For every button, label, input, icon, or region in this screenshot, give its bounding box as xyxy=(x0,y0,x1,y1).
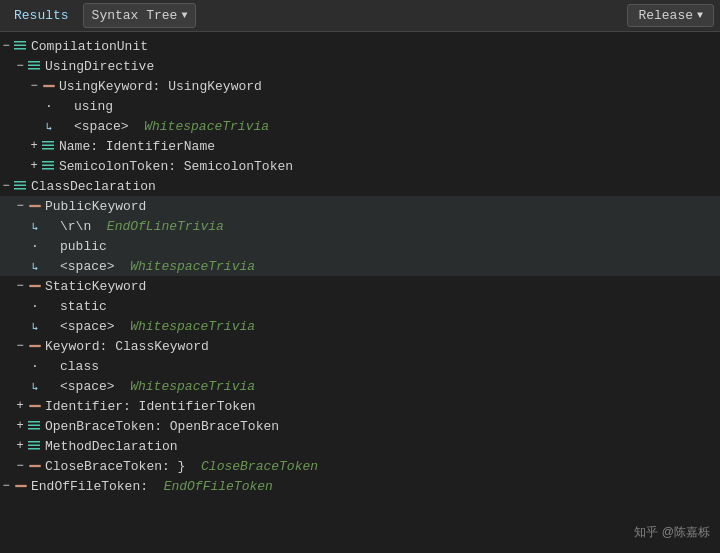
expand-collapse[interactable]: − xyxy=(14,339,26,353)
node-text: class xyxy=(60,359,99,374)
tree-node-1[interactable]: − CompilationUnit xyxy=(0,36,720,56)
trivia-text: EndOfFileToken xyxy=(164,479,273,494)
tree-content[interactable]: − CompilationUnit− UsingDirective− Using… xyxy=(0,32,720,553)
svg-rect-23 xyxy=(28,441,40,443)
node-text: Identifier: IdentifierToken xyxy=(45,399,256,414)
tree-node-16[interactable]: − Keyword: ClassKeyword xyxy=(0,336,720,356)
tree-node-8[interactable]: − ClassDeclaration xyxy=(0,176,720,196)
tree-node-2[interactable]: − UsingDirective xyxy=(0,56,720,76)
svg-rect-9 xyxy=(42,148,54,150)
tree-node-3[interactable]: − UsingKeyword: UsingKeyword xyxy=(0,76,720,96)
expand-collapse[interactable]: − xyxy=(0,179,12,193)
node-text: EndOfFileToken: xyxy=(31,479,148,494)
tree-node-4[interactable]: ·using xyxy=(0,96,720,116)
trivia-text: CloseBraceToken xyxy=(201,459,318,474)
list-icon xyxy=(41,159,57,173)
svg-rect-8 xyxy=(42,145,54,147)
node-text: <space> xyxy=(60,379,115,394)
trivia-text: WhitespaceTrivia xyxy=(130,259,255,274)
expand-collapse[interactable]: + xyxy=(28,139,40,153)
svg-rect-7 xyxy=(42,141,54,143)
tree-node-22[interactable]: − CloseBraceToken: } CloseBraceToken xyxy=(0,456,720,476)
expand-collapse[interactable]: + xyxy=(14,399,26,413)
expand-collapse[interactable]: + xyxy=(14,419,26,433)
node-text: OpenBraceToken: OpenBraceToken xyxy=(45,419,279,434)
svg-rect-11 xyxy=(42,165,54,167)
no-icon xyxy=(42,319,58,333)
expand-collapse[interactable]: + xyxy=(14,439,26,453)
expand-collapse[interactable]: − xyxy=(14,199,26,213)
node-text: <space> xyxy=(60,319,115,334)
tree-node-17[interactable]: ·class xyxy=(0,356,720,376)
tree-node-15[interactable]: ↳<space> WhitespaceTrivia xyxy=(0,316,720,336)
node-text: public xyxy=(60,239,107,254)
list-icon xyxy=(13,179,29,193)
node-text: CompilationUnit xyxy=(31,39,148,54)
node-text: UsingKeyword: UsingKeyword xyxy=(59,79,262,94)
list-icon xyxy=(27,419,43,433)
trivia-text: WhitespaceTrivia xyxy=(144,119,269,134)
tree-node-14[interactable]: ·static xyxy=(0,296,720,316)
list-icon xyxy=(13,39,29,53)
svg-rect-17 xyxy=(29,285,40,287)
svg-rect-16 xyxy=(29,205,40,207)
tree-node-6[interactable]: + Name: IdentifierName xyxy=(0,136,720,156)
tree-node-20[interactable]: + OpenBraceToken: OpenBraceToken xyxy=(0,416,720,436)
trivia-text: WhitespaceTrivia xyxy=(130,379,255,394)
node-text: PublicKeyword xyxy=(45,199,146,214)
tree-node-18[interactable]: ↳<space> WhitespaceTrivia xyxy=(0,376,720,396)
list-icon xyxy=(27,439,43,453)
tree-node-10[interactable]: ↳\r\n EndOfLineTrivia xyxy=(0,216,720,236)
trivia-text: WhitespaceTrivia xyxy=(130,319,255,334)
node-text: \r\n xyxy=(60,219,91,234)
expand-collapse[interactable]: − xyxy=(28,79,40,93)
expand-collapse[interactable]: − xyxy=(0,39,12,53)
svg-rect-19 xyxy=(29,405,40,407)
dash-icon xyxy=(27,399,43,413)
tree-node-9[interactable]: − PublicKeyword xyxy=(0,196,720,216)
no-icon xyxy=(42,259,58,273)
svg-rect-24 xyxy=(28,445,40,447)
svg-rect-22 xyxy=(28,428,40,430)
node-text: ClassDeclaration xyxy=(31,179,156,194)
tree-node-13[interactable]: − StaticKeyword xyxy=(0,276,720,296)
svg-rect-10 xyxy=(42,161,54,163)
bullet: · xyxy=(28,239,42,254)
svg-rect-27 xyxy=(15,485,26,487)
bullet: · xyxy=(28,299,42,314)
list-icon xyxy=(41,139,57,153)
tree-node-19[interactable]: + Identifier: IdentifierToken xyxy=(0,396,720,416)
expand-collapse[interactable]: − xyxy=(0,479,12,493)
expand-collapse[interactable]: + xyxy=(28,159,40,173)
tab-syntax-arrow: ▼ xyxy=(181,10,187,21)
trivia-text: EndOfLineTrivia xyxy=(107,219,224,234)
no-icon xyxy=(42,299,58,313)
no-icon xyxy=(42,219,58,233)
release-label: Release xyxy=(638,8,693,23)
no-icon xyxy=(42,359,58,373)
tree-node-7[interactable]: + SemicolonToken: SemicolonToken xyxy=(0,156,720,176)
tab-results[interactable]: Results xyxy=(6,4,77,27)
tree-node-23[interactable]: − EndOfFileToken: EndOfFileToken xyxy=(0,476,720,496)
svg-rect-21 xyxy=(28,425,40,427)
node-text: CloseBraceToken: } xyxy=(45,459,185,474)
tree-node-11[interactable]: ·public xyxy=(0,236,720,256)
header-bar: Results Syntax Tree ▼ Release ▼ xyxy=(0,0,720,32)
expand-collapse[interactable]: − xyxy=(14,279,26,293)
release-button[interactable]: Release ▼ xyxy=(627,4,714,27)
arrow-trivia: ↳ xyxy=(42,120,56,133)
arrow-trivia: ↳ xyxy=(28,220,42,233)
expand-collapse[interactable]: − xyxy=(14,459,26,473)
tab-syntax[interactable]: Syntax Tree ▼ xyxy=(83,3,197,28)
dash-icon xyxy=(41,79,57,93)
svg-rect-20 xyxy=(28,421,40,423)
tree-node-21[interactable]: + MethodDeclaration xyxy=(0,436,720,456)
list-icon xyxy=(27,59,43,73)
tree-node-12[interactable]: ↳<space> WhitespaceTrivia xyxy=(0,256,720,276)
bullet: · xyxy=(28,359,42,374)
svg-rect-2 xyxy=(14,48,26,50)
arrow-trivia: ↳ xyxy=(28,260,42,273)
expand-collapse[interactable]: − xyxy=(14,59,26,73)
tree-node-5[interactable]: ↳<space> WhitespaceTrivia xyxy=(0,116,720,136)
node-text: <space> xyxy=(74,119,129,134)
